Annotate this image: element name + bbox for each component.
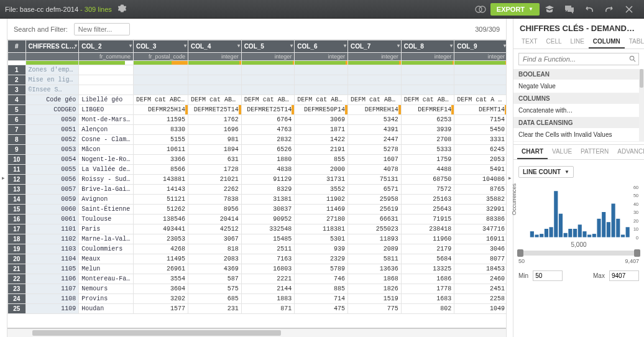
cell[interactable]: Zones d'emploi… — [25, 65, 79, 75]
cell[interactable]: 66631 — [347, 215, 401, 224]
cell[interactable]: 3046 — [454, 244, 506, 254]
cell[interactable]: 51121 — [134, 195, 188, 205]
cell[interactable]: 1102 — [25, 234, 79, 244]
cell[interactable]: 8566 — [134, 165, 188, 175]
function-item[interactable]: Clear the Cells with Invalid Values — [513, 128, 644, 142]
cell[interactable]: 6764 — [241, 115, 295, 125]
table-row[interactable]: 150060Saint-Étienne512628956308371146925… — [8, 205, 507, 215]
column-header[interactable]: COL_4▾ — [188, 40, 241, 53]
cell[interactable]: 4838 — [241, 165, 295, 175]
cell[interactable]: 16803 — [241, 264, 295, 274]
cell[interactable]: 5155 — [134, 135, 188, 145]
search-icon[interactable] — [629, 55, 636, 63]
cell[interactable]: 143881 — [134, 175, 188, 185]
cell[interactable]: 4391 — [347, 125, 401, 135]
column-header[interactable]: COL_9▾ — [454, 40, 506, 53]
cell[interactable]: 0060 — [25, 205, 79, 215]
cell[interactable]: 8077 — [454, 254, 506, 264]
cell[interactable]: 0051 — [25, 125, 79, 135]
cell[interactable]: 15485 — [241, 234, 295, 244]
cell[interactable]: 90952 — [241, 215, 295, 224]
cell[interactable]: Coulommiers — [79, 244, 134, 254]
filter-input[interactable] — [74, 23, 130, 35]
cell[interactable]: 7154 — [454, 115, 506, 125]
table-row[interactable]: 211105Melun26961436916803578913636133251… — [8, 264, 507, 274]
cell[interactable]: 3331 — [454, 135, 506, 145]
column-menu-icon[interactable]: ▾ — [397, 43, 400, 48]
cell[interactable]: 1101 — [25, 224, 79, 234]
tab-chart[interactable]: CHART — [517, 145, 548, 159]
table-row[interactable]: 60050Mont-de-Marsan115951762676430695342… — [8, 115, 507, 125]
cell[interactable]: 746 — [295, 274, 348, 284]
tab-pattern[interactable]: PATTERN — [576, 145, 613, 159]
cell[interactable]: 2262 — [188, 185, 241, 195]
table-row[interactable]: 70051Alençon8330169647631871439139395450 — [8, 125, 507, 135]
cell[interactable]: 4078 — [347, 165, 401, 175]
cell[interactable]: 51262 — [134, 205, 188, 215]
cell[interactable] — [401, 75, 454, 85]
tab-table[interactable]: TABLE — [625, 35, 644, 48]
cell[interactable] — [401, 85, 454, 95]
cell[interactable]: 1683 — [401, 294, 454, 304]
cell[interactable]: 5811 — [347, 254, 401, 264]
cell[interactable]: 21021 — [188, 175, 241, 185]
cell[interactable]: Avignon — [79, 195, 134, 205]
cell[interactable]: Nemours — [79, 284, 134, 294]
cell[interactable]: CODGEO — [25, 105, 79, 115]
cell[interactable]: 27180 — [295, 215, 348, 224]
column-menu-icon[interactable]: ▾ — [75, 43, 77, 48]
cell[interactable]: 231 — [188, 304, 241, 314]
cell[interactable]: 8956 — [188, 205, 241, 215]
function-item[interactable]: Concatenate with… — [513, 104, 644, 118]
cell[interactable] — [401, 65, 454, 75]
cell[interactable]: 0057 — [25, 185, 79, 195]
cell[interactable]: 88386 — [454, 215, 506, 224]
cell[interactable]: 3202 — [134, 294, 188, 304]
cell[interactable]: 475 — [295, 304, 348, 314]
cell[interactable]: 1778 — [401, 284, 454, 294]
cell[interactable]: 1883 — [241, 294, 295, 304]
cell[interactable]: 2089 — [347, 244, 401, 254]
cell[interactable]: 0052 — [25, 135, 79, 145]
cell[interactable]: 0050 — [25, 115, 79, 125]
cell[interactable]: 2221 — [241, 274, 295, 284]
cell[interactable]: 30837 — [241, 205, 295, 215]
cell[interactable]: 2083 — [188, 254, 241, 264]
cell[interactable]: 1422 — [295, 135, 348, 145]
cell[interactable]: 2447 — [347, 135, 401, 145]
redo-icon[interactable] — [600, 2, 618, 17]
cell[interactable]: 20414 — [188, 215, 241, 224]
cell[interactable]: 1105 — [25, 264, 79, 274]
cell[interactable]: 13325 — [401, 264, 454, 274]
column-menu-icon[interactable]: ▾ — [184, 43, 186, 48]
cell[interactable]: 347716 — [454, 224, 506, 234]
cell[interactable]: 11469 — [295, 205, 348, 215]
cell[interactable]: 7572 — [401, 185, 454, 195]
cell[interactable]: 75131 — [347, 175, 401, 185]
table-row[interactable]: 201104Meaux11495208371632329581156848077 — [8, 254, 507, 264]
cell[interactable]: Provins — [79, 294, 134, 304]
tab-column[interactable]: COLUMN — [589, 35, 625, 48]
cell[interactable] — [295, 85, 348, 95]
cell[interactable]: 575 — [188, 284, 241, 294]
cell[interactable]: 3069 — [295, 115, 348, 125]
cell[interactable]: 3067 — [188, 234, 241, 244]
column-menu-icon[interactable]: ▾ — [129, 43, 132, 48]
cell[interactable]: 0054 — [25, 155, 79, 165]
cell[interactable] — [241, 65, 295, 75]
table-row[interactable]: 5CODGEOLIBGEODEFMR25H14DEFMRET25T14DEFMR… — [8, 105, 507, 115]
cell[interactable]: DEFM cat ABC h… — [347, 95, 401, 105]
table-row[interactable]: 120056Roissy - Sud P…1438812102191129317… — [8, 175, 507, 185]
cell[interactable]: DEFMREH14 — [347, 105, 401, 115]
cell[interactable]: LIBGEO — [79, 105, 134, 115]
cell[interactable] — [188, 75, 241, 85]
cell[interactable]: 25958 — [347, 195, 401, 205]
column-header[interactable]: CHIFFRES CLÉ…▾ — [25, 40, 79, 53]
cell[interactable] — [295, 65, 348, 75]
cell[interactable]: 16911 — [454, 234, 506, 244]
cell[interactable]: 118381 — [295, 224, 348, 234]
table-row[interactable]: 140059Avignon511217838313811190225958251… — [8, 195, 507, 205]
table-row[interactable]: 160061Toulouse13854620414909522718066631… — [8, 215, 507, 224]
cell[interactable]: 2708 — [401, 135, 454, 145]
cell[interactable]: 2191 — [295, 145, 348, 155]
